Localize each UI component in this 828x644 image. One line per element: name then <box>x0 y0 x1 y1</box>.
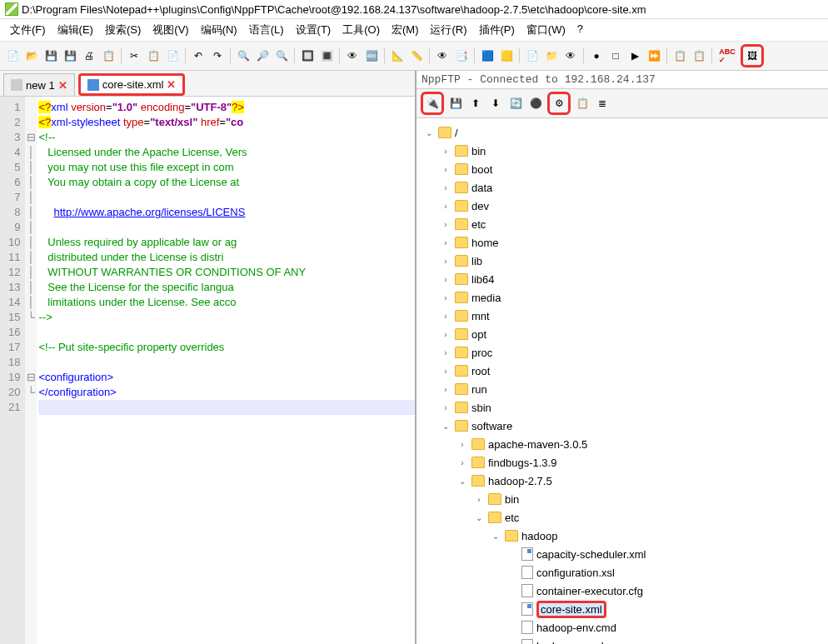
toolbar-button[interactable]: 📐 <box>389 47 406 64</box>
toolbar-button[interactable]: ✂ <box>126 47 142 64</box>
menu-item[interactable]: 视图(V) <box>147 21 193 39</box>
toolbar-button[interactable]: 👁 <box>344 47 361 64</box>
toolbar-button[interactable]: 📁 <box>543 47 560 64</box>
ftp-settings-button[interactable]: ⚙ <box>547 92 571 115</box>
toolbar-button[interactable]: □ <box>607 47 624 64</box>
toolbar-button[interactable]: 📋 <box>671 47 688 64</box>
ftp-toolbar-button[interactable]: 🔌 <box>424 95 441 112</box>
toolbar-button[interactable]: 🖼 <box>744 47 761 64</box>
menu-item[interactable]: 编码(N) <box>196 21 242 39</box>
tree-twisty[interactable]: › <box>440 257 451 266</box>
tree-folder[interactable]: ›mnt <box>420 307 825 325</box>
toolbar-button[interactable]: ● <box>588 47 605 64</box>
close-icon[interactable]: ✕ <box>167 78 176 91</box>
tree-file[interactable]: hadoop-env.sh <box>420 637 825 644</box>
ftp-toolbar-button[interactable]: 💾 <box>447 95 464 112</box>
tree-twisty[interactable]: › <box>440 165 451 174</box>
menu-item[interactable]: ? <box>572 21 588 39</box>
tree-folder[interactable]: ›etc <box>420 215 825 233</box>
tree-folder[interactable]: ⌄software <box>420 417 825 435</box>
show-nppftp-button[interactable]: 🖼 <box>741 44 764 67</box>
tree-folder[interactable]: ⌄etc <box>420 508 825 527</box>
tree-folder[interactable]: ›run <box>420 380 825 398</box>
tree-twisty[interactable]: › <box>440 330 451 339</box>
tree-twisty[interactable]: › <box>456 458 468 467</box>
ftp-toolbar-button[interactable]: 🔄 <box>507 95 524 112</box>
ftp-toolbar-button[interactable]: ⬆ <box>467 95 484 112</box>
toolbar-button[interactable]: 👁 <box>562 47 579 64</box>
code-area[interactable]: 123456789101112131415161718192021 ⊟│││││… <box>0 97 415 644</box>
tree-file[interactable]: configuration.xsl <box>420 563 825 582</box>
tree-twisty[interactable]: › <box>440 202 451 211</box>
menu-item[interactable]: 宏(M) <box>387 21 424 39</box>
code-text[interactable]: <?xml version="1.0" encoding="UTF-8"?><?… <box>37 97 415 644</box>
toolbar-button[interactable]: ABC✓ <box>716 47 738 64</box>
tree-folder[interactable]: ⌄hadoop <box>420 527 825 545</box>
toolbar-button[interactable]: 💾 <box>42 47 59 64</box>
menu-item[interactable]: 运行(R) <box>425 21 471 39</box>
toolbar-button[interactable]: 👁 <box>434 47 451 64</box>
tree-twisty[interactable]: ⌄ <box>440 422 451 431</box>
tree-folder[interactable]: ›dev <box>420 197 825 215</box>
toolbar-button[interactable]: 📋 <box>145 47 162 64</box>
toolbar-button[interactable]: 🔳 <box>318 47 335 64</box>
close-icon[interactable]: ✕ <box>58 79 67 92</box>
menu-item[interactable]: 语言(L) <box>244 21 289 39</box>
tree-folder[interactable]: ›home <box>420 233 825 252</box>
tree-folder[interactable]: ⌄/ <box>420 123 825 142</box>
tree-twisty[interactable]: › <box>440 312 451 321</box>
ftp-toolbar-button[interactable]: ⚙ <box>551 95 567 112</box>
ftp-toolbar-button[interactable]: ≣ <box>594 95 611 112</box>
menu-item[interactable]: 文件(F) <box>5 21 51 39</box>
menu-item[interactable]: 插件(P) <box>474 21 520 39</box>
toolbar-button[interactable]: 💾 <box>62 47 78 64</box>
toolbar-button[interactable]: 📑 <box>453 47 470 64</box>
tree-folder[interactable]: ›lib <box>420 252 825 270</box>
tree-file[interactable]: hadoop-env.cmd <box>420 618 825 637</box>
editor-tab[interactable]: new 1✕ <box>3 73 75 96</box>
tree-twisty[interactable]: › <box>456 440 468 449</box>
tree-twisty[interactable]: › <box>440 385 451 394</box>
tree-twisty[interactable]: › <box>440 220 451 229</box>
tree-file[interactable]: capacity-scheduler.xml <box>420 545 825 563</box>
menu-item[interactable]: 搜索(S) <box>100 21 146 39</box>
toolbar-button[interactable]: ↶ <box>190 47 207 64</box>
tree-twisty[interactable]: ⌄ <box>473 513 485 522</box>
toolbar-button[interactable]: 📄 <box>164 47 181 64</box>
toolbar-button[interactable]: ↷ <box>209 47 226 64</box>
toolbar-button[interactable]: 🔍 <box>235 47 252 64</box>
fold-column[interactable]: ⊟│││││││││││└⊟└ <box>25 97 37 644</box>
tree-twisty[interactable]: › <box>440 147 451 156</box>
tree-twisty[interactable]: › <box>440 238 451 247</box>
tree-twisty[interactable]: ⌄ <box>490 532 501 541</box>
tree-folder[interactable]: ›data <box>420 178 825 197</box>
tree-folder[interactable]: ⌄hadoop-2.7.5 <box>420 472 825 490</box>
tree-twisty[interactable]: › <box>440 367 451 376</box>
menu-item[interactable]: 编辑(E) <box>52 21 98 39</box>
tree-folder[interactable]: ›lib64 <box>420 270 825 288</box>
toolbar-button[interactable]: 🔍 <box>273 47 290 64</box>
tree-folder[interactable]: ›opt <box>420 325 825 343</box>
tree-folder[interactable]: ›bin <box>420 490 825 508</box>
tree-twisty[interactable]: › <box>440 293 451 302</box>
toolbar-button[interactable]: 🔤 <box>363 47 380 64</box>
tree-folder[interactable]: ›findbugs-1.3.9 <box>420 453 825 472</box>
tree-folder[interactable]: ›boot <box>420 160 825 178</box>
editor-tab[interactable]: core-site.xml✕ <box>78 73 186 96</box>
toolbar-button[interactable]: 🟦 <box>479 47 496 64</box>
tree-twisty[interactable]: › <box>440 183 451 192</box>
tree-folder[interactable]: ›apache-maven-3.0.5 <box>420 435 825 453</box>
menu-item[interactable]: 设置(T) <box>291 21 337 39</box>
tree-twisty[interactable]: › <box>440 403 451 412</box>
tree-file[interactable]: core-site.xml <box>420 600 825 618</box>
tree-twisty[interactable]: ⌄ <box>456 477 468 486</box>
menu-item[interactable]: 工具(O) <box>337 21 385 39</box>
tree-folder[interactable]: ›sbin <box>420 398 825 417</box>
nppftp-tree[interactable]: ⌄/›bin›boot›data›dev›etc›home›lib›lib64›… <box>416 118 828 644</box>
toolbar-button[interactable]: 📋 <box>691 47 707 64</box>
tree-folder[interactable]: ›bin <box>420 142 825 160</box>
toolbar-button[interactable]: 🔎 <box>254 47 271 64</box>
toolbar-button[interactable]: 📄 <box>4 47 21 64</box>
toolbar-button[interactable]: ▶ <box>626 47 643 64</box>
toolbar-button[interactable]: 🖨 <box>81 47 97 64</box>
